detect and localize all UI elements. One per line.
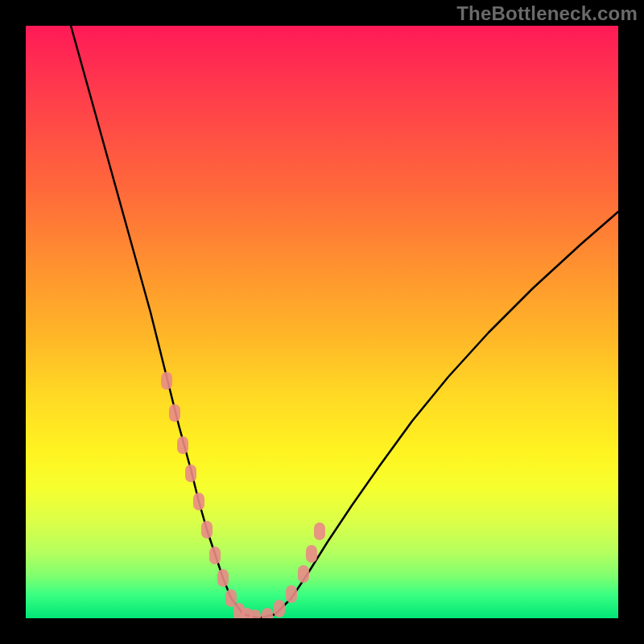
- highlight-marker: [193, 493, 204, 510]
- highlight-marker: [161, 372, 172, 390]
- highlight-marker: [262, 608, 273, 618]
- plot-area: [26, 26, 618, 618]
- highlight-marker: [314, 522, 325, 540]
- curve-layer: [26, 26, 618, 618]
- bottleneck-curve: [71, 26, 618, 618]
- highlight-marker: [209, 547, 221, 564]
- watermark-text: TheBottleneck.com: [456, 2, 638, 25]
- highlight-marker: [217, 569, 229, 587]
- highlight-marker: [233, 603, 245, 618]
- chart-frame: TheBottleneck.com: [0, 0, 644, 644]
- highlight-marker: [201, 521, 213, 539]
- highlight-marker: [274, 600, 285, 617]
- highlight-marker: [306, 545, 317, 563]
- highlight-marker: [177, 436, 188, 454]
- highlight-marker: [185, 464, 196, 482]
- highlight-marker: [169, 404, 180, 422]
- highlight-marker: [298, 565, 309, 583]
- highlight-marker: [225, 589, 237, 607]
- highlight-marker: [242, 608, 253, 618]
- highlight-marker: [286, 585, 297, 603]
- highlight-marker: [250, 609, 261, 618]
